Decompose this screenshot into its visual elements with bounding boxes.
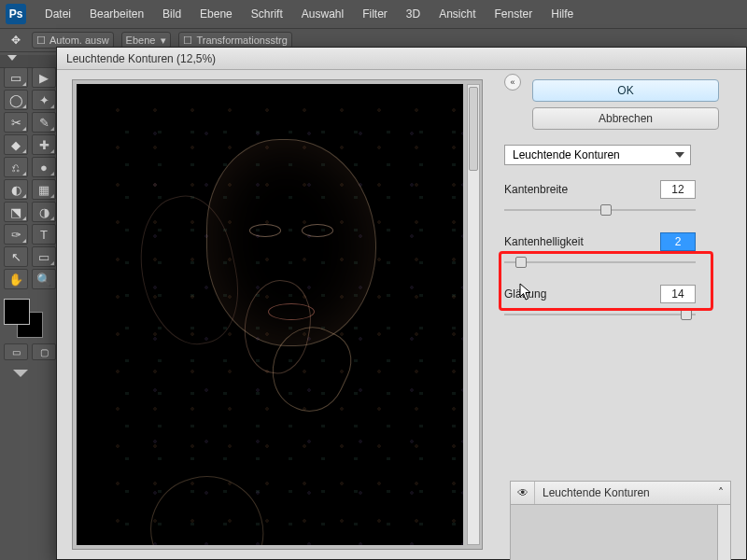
cancel-button[interactable]: Abbrechen <box>532 107 719 130</box>
param-smoothness-label: Glättung <box>504 287 546 301</box>
menu-hilfe[interactable]: Hilfe <box>542 7 583 21</box>
param-edge-width-value[interactable]: 12 <box>660 180 696 199</box>
eyedropper-tool[interactable]: ✎ <box>32 112 56 133</box>
hand-tool[interactable]: ✋ <box>4 269 28 289</box>
slider-knob[interactable] <box>600 204 612 216</box>
menu-bild[interactable]: Bild <box>153 7 190 21</box>
window-titlebar[interactable]: Leuchtende Konturen (12,5%) <box>57 48 746 70</box>
crop-tool[interactable]: ✂ <box>4 112 28 133</box>
visibility-eye-icon[interactable]: 👁 <box>511 482 535 504</box>
app-logo: Ps <box>6 4 26 24</box>
dodge-tool[interactable]: ◑ <box>32 202 56 222</box>
quick-mask-toggle[interactable]: ▭ <box>4 343 28 360</box>
ok-button[interactable]: OK <box>532 79 719 102</box>
stamp-tool[interactable]: ⎌ <box>4 157 28 177</box>
path-select-tool[interactable]: ↖ <box>4 246 28 267</box>
transform-label: Transformationsstrg <box>196 35 287 46</box>
preview-pane <box>57 70 500 559</box>
menu-filter[interactable]: Filter <box>353 7 397 21</box>
window-title: Leuchtende Konturen (12,5%) <box>66 52 216 65</box>
menubar: Ps Datei Bearbeiten Bild Ebene Schrift A… <box>0 0 747 28</box>
gradient-tool[interactable]: ▦ <box>32 179 56 200</box>
effect-layers-body <box>510 505 731 560</box>
zoom-tool[interactable]: 🔍 <box>32 269 56 289</box>
tools-overflow-icon[interactable] <box>13 370 28 377</box>
layers-vertical-scrollbar[interactable] <box>717 505 730 560</box>
param-edge-brightness-slider[interactable] <box>504 255 696 270</box>
tools-panel: ▭▶ ◯✦ ✂✎ ◆✚ ⎌● ◐▦ ⬔◑ ✑T ↖▭ ✋🔍 ▭ ▢ <box>4 67 56 377</box>
param-edge-width-label: Kantenbreite <box>504 183 568 196</box>
move-tool-icon: ✥ <box>7 32 24 49</box>
shape-tool[interactable]: ▭ <box>32 246 56 267</box>
effect-layer-row[interactable]: 👁 Leuchtende Konturen ˄ <box>510 481 731 505</box>
preview-vertical-scrollbar[interactable] <box>467 84 480 545</box>
type-tool[interactable]: T <box>32 224 56 245</box>
foreground-color-swatch[interactable] <box>4 299 30 325</box>
chevron-up-icon[interactable]: ˄ <box>712 486 730 499</box>
scrollbar-thumb[interactable] <box>469 87 478 171</box>
screen-mode-toggle[interactable]: ▢ <box>32 343 56 360</box>
menu-datei[interactable]: Datei <box>35 7 80 21</box>
filter-name-dropdown[interactable]: Leuchtende Konturen <box>504 145 691 165</box>
param-edge-width-row: Kantenbreite 12 <box>504 180 696 199</box>
param-smoothness-slider[interactable] <box>504 307 696 322</box>
history-brush-tool[interactable]: ● <box>32 157 56 177</box>
filter-name-label: Leuchtende Konturen <box>513 148 620 161</box>
preview-frame <box>72 79 483 550</box>
menu-3d[interactable]: 3D <box>397 7 430 21</box>
auto-select-label: Autom. ausw <box>49 35 109 46</box>
param-edge-brightness-row: Kantenhelligkeit 2 <box>504 232 696 251</box>
menu-auswahl[interactable]: Auswahl <box>292 7 353 21</box>
color-swatches[interactable] <box>4 299 47 336</box>
pen-tool[interactable]: ✑ <box>4 224 28 245</box>
param-smoothness-row: Glättung 14 <box>504 285 696 303</box>
move-tool[interactable]: ▶ <box>32 67 56 88</box>
param-edge-brightness-value[interactable]: 2 <box>660 232 696 251</box>
magic-wand-tool[interactable]: ✦ <box>32 90 56 110</box>
slider-knob[interactable] <box>515 257 527 268</box>
chevron-down-icon <box>675 152 684 158</box>
menu-ebene[interactable]: Ebene <box>190 7 242 21</box>
slider-knob[interactable] <box>681 309 692 320</box>
preview-canvas[interactable] <box>77 84 463 545</box>
filter-controls-pane: « OK Abbrechen Leuchtende Konturen Kante… <box>500 70 746 559</box>
marquee-tool[interactable]: ▭ <box>4 67 28 88</box>
effect-layer-name: Leuchtende Konturen <box>535 486 712 499</box>
collapse-thumbs-button[interactable]: « <box>504 74 521 91</box>
menu-bearbeiten[interactable]: Bearbeiten <box>80 7 153 21</box>
param-smoothness-value[interactable]: 14 <box>660 285 696 303</box>
filter-gallery-window: Leuchtende Konturen (12,5%) <box>56 47 747 560</box>
effect-layers-panel: 👁 Leuchtende Konturen ˄ <box>510 481 731 559</box>
heal-tool[interactable]: ◆ <box>4 134 28 155</box>
preview-image <box>77 84 463 545</box>
lasso-tool[interactable]: ◯ <box>4 90 28 110</box>
chevron-down-icon[interactable] <box>7 55 17 61</box>
layer-target-label: Ebene <box>126 35 156 46</box>
menu-fenster[interactable]: Fenster <box>486 7 543 21</box>
blur-tool[interactable]: ⬔ <box>4 202 28 222</box>
menu-ansicht[interactable]: Ansicht <box>430 7 485 21</box>
menu-schrift[interactable]: Schrift <box>242 7 292 21</box>
eraser-tool[interactable]: ◐ <box>4 179 28 200</box>
brush-tool[interactable]: ✚ <box>32 134 56 155</box>
param-edge-width-slider[interactable] <box>504 203 696 217</box>
param-edge-brightness-label: Kantenhelligkeit <box>504 235 584 248</box>
